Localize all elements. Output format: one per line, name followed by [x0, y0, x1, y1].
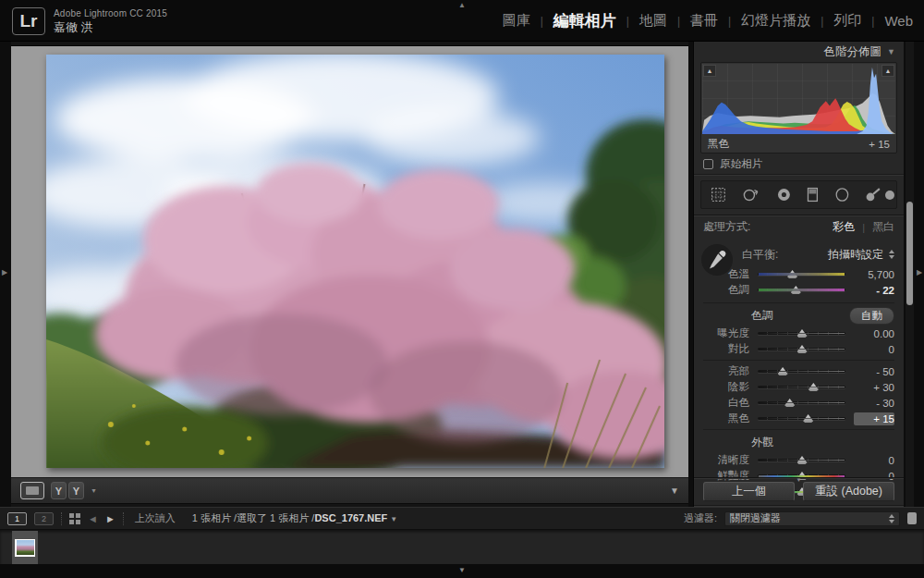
scrollbar-thumb[interactable] [906, 202, 913, 305]
collapse-filmstrip-icon[interactable]: ▼ [458, 566, 466, 574]
module-map[interactable]: 地圖 [639, 12, 667, 30]
shadows-slider-thumb[interactable] [808, 383, 819, 391]
brush-amount-knob[interactable] [885, 191, 894, 200]
blacks-slider-thumb[interactable] [803, 414, 813, 423]
filmstrip-selected-cell[interactable] [12, 531, 38, 564]
original-photo-row: 原始相片 [694, 154, 904, 174]
lightroom-logo: Lr [12, 7, 45, 35]
crop-overlay-icon[interactable] [711, 187, 726, 203]
filter-dropdown[interactable]: 關閉過濾器 [724, 511, 900, 526]
wb-preset-updown-icon[interactable] [889, 250, 894, 259]
module-separator: | [541, 15, 543, 28]
filmstrip-toolbar: 1 2 ◄ ► 上次讀入 1 張相片 /選取了 1 張相片 /DSC_1767.… [0, 507, 924, 529]
exposure-slider-track[interactable] [758, 328, 845, 338]
temp-slider-thumb[interactable] [787, 270, 797, 278]
before-after-caret-icon[interactable]: ▼ [91, 487, 97, 494]
spot-removal-icon[interactable] [742, 188, 760, 203]
shadows-value[interactable]: + 30 [854, 382, 894, 393]
before-after-right-button[interactable]: Y [68, 482, 84, 499]
whites-slider-thumb[interactable] [784, 399, 795, 407]
reset-button[interactable]: 重設 (Adobe) [803, 482, 894, 501]
filter-toggle-switch[interactable] [907, 512, 917, 524]
previous-photo-icon[interactable]: ◄ [88, 513, 98, 524]
grid-view-icon[interactable] [69, 513, 80, 524]
histogram-collapse-icon[interactable]: ▼ [887, 47, 895, 56]
blacks-value[interactable]: + 15 [854, 412, 894, 425]
module-library[interactable]: 圖庫 [503, 12, 530, 30]
module-slideshow[interactable]: 幻燈片播放 [741, 12, 810, 30]
whites-value[interactable]: - 30 [854, 398, 894, 409]
filename-caret-icon[interactable]: ▼ [390, 515, 397, 523]
contrast-value[interactable]: 0 [854, 344, 894, 355]
right-panel-edge[interactable]: ▶ [914, 42, 924, 507]
temp-slider-track[interactable] [758, 269, 845, 279]
image-canvas [11, 45, 688, 477]
wb-preset-value[interactable]: 拍攝時設定 [828, 247, 883, 263]
collapse-top-panel-icon[interactable]: ▲ [458, 1, 466, 9]
module-book[interactable]: 書冊 [690, 12, 718, 30]
highlights-value[interactable]: - 50 [854, 366, 894, 377]
histogram-svg [702, 64, 895, 134]
tint-value[interactable]: - 22 [854, 285, 894, 296]
wb-preset-dropdown[interactable]: 拍攝時設定 [828, 247, 894, 263]
left-panel-collapsed-edge[interactable]: ▶ [0, 42, 11, 507]
original-photo-checkbox[interactable] [703, 159, 713, 169]
highlights-slider-thumb[interactable] [778, 367, 788, 375]
shadows-slider-track[interactable] [758, 382, 845, 392]
radial-filter-icon[interactable] [834, 187, 850, 203]
tint-slider-track[interactable] [758, 285, 845, 295]
filter-updown-icon[interactable] [889, 514, 894, 523]
highlight-clipping-indicator[interactable]: ▲ [881, 65, 894, 77]
shadow-clip-icon: ▲ [707, 68, 713, 74]
filmstrip-thumbnail[interactable] [15, 539, 35, 557]
red-eye-icon[interactable] [776, 187, 792, 203]
treatment-color-option[interactable]: 彩色 [833, 219, 855, 235]
wb-dropper-well[interactable] [701, 244, 733, 276]
temp-value[interactable]: 5,700 [854, 269, 894, 280]
next-photo-icon[interactable]: ► [105, 513, 116, 524]
source-label[interactable]: 上次讀入 [135, 511, 176, 525]
auto-tone-button[interactable]: 自動 [849, 307, 894, 325]
main-window-button[interactable]: 1 [7, 512, 27, 525]
histogram-graph[interactable]: ▲ ▲ [702, 64, 895, 134]
selected-filename[interactable]: DSC_1767.NEF [314, 512, 387, 523]
contrast-slider-track[interactable] [758, 344, 845, 354]
clarity-slider-track[interactable] [758, 455, 845, 465]
histogram-param-value: + 15 [869, 139, 890, 150]
toolbar-options-caret-icon[interactable]: ▼ [670, 486, 679, 496]
before-after-left-button[interactable]: Y [51, 482, 67, 499]
histogram-panel-header[interactable]: 色階分佈圖 ▼ [694, 42, 904, 62]
treatment-bw-option[interactable]: 黑白 [872, 219, 894, 235]
blacks-slider-track[interactable] [758, 413, 845, 424]
wb-eyedropper-icon[interactable] [707, 249, 727, 271]
contrast-slider-thumb[interactable] [797, 345, 808, 353]
second-window-button[interactable]: 2 [34, 512, 54, 525]
photo-cherry-blossoms[interactable] [46, 55, 664, 468]
expand-right-panel-icon[interactable]: ▶ [917, 268, 922, 277]
adjustment-brush-icon[interactable] [866, 188, 881, 203]
shadow-clipping-indicator[interactable]: ▲ [703, 65, 716, 77]
clarity-value[interactable]: 0 [854, 455, 894, 466]
filter-value: 關閉過濾器 [730, 511, 884, 525]
tint-slider-thumb[interactable] [791, 286, 801, 294]
clarity-slider-thumb[interactable] [797, 456, 808, 464]
loupe-view-button[interactable] [20, 482, 44, 499]
panel-divider [694, 174, 904, 176]
bottom-edge[interactable]: ▼ [0, 564, 924, 578]
expand-left-panel-icon[interactable]: ▶ [2, 268, 7, 277]
panel-scrollbar[interactable] [906, 42, 914, 507]
treatment-separator: | [862, 222, 865, 233]
graduated-filter-icon[interactable] [807, 187, 819, 203]
exposure-value[interactable]: 0.00 [854, 328, 894, 339]
module-develop[interactable]: 編輯相片 [553, 10, 616, 31]
wb-label: 白平衡: [742, 247, 778, 263]
module-web[interactable]: Web [884, 13, 913, 29]
module-print[interactable]: 列印 [833, 12, 861, 30]
selection-status[interactable]: 1 張相片 /選取了 1 張相片 /DSC_1767.NEF▼ [192, 511, 397, 525]
yy-right-label: Y [73, 486, 79, 497]
exposure-slider-thumb[interactable] [797, 329, 808, 338]
view-toolbar: Y Y ▼ ▼ [11, 477, 688, 504]
previous-button[interactable]: 上一個 [703, 482, 795, 501]
whites-slider-track[interactable] [758, 398, 845, 408]
highlights-slider-track[interactable] [758, 366, 845, 376]
